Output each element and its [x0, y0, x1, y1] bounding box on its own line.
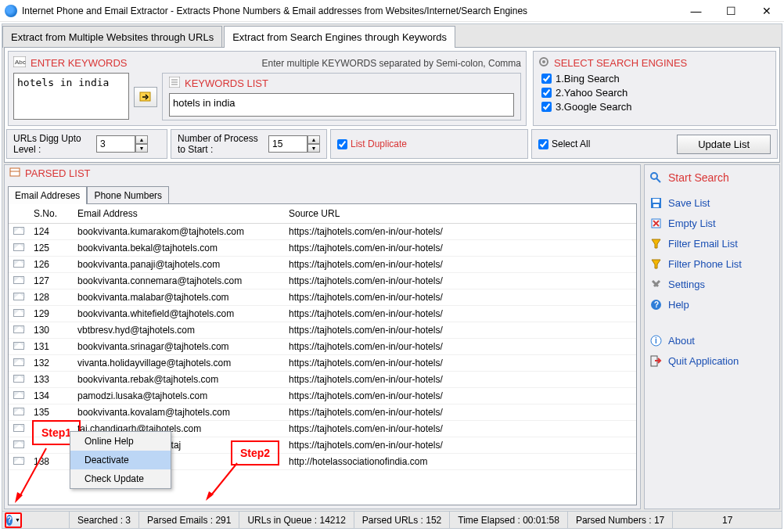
process-down-button[interactable]: ▼	[307, 144, 320, 153]
table-row[interactable]: 134 pamodzi.lusaka@tajhotels.com https:/…	[9, 388, 636, 404]
parsed-list-title: PARSED LIST	[25, 167, 91, 179]
parsed-list-panel: PARSED LIST Email Addreses Phone Numbers…	[4, 164, 641, 509]
table-row[interactable]: 126 bookvivanta.panaji@tajhotels.com htt…	[9, 257, 636, 273]
mail-icon	[13, 408, 24, 415]
arrow-right-icon	[139, 92, 152, 102]
svg-text:?: ?	[654, 300, 659, 309]
settings-icon	[649, 278, 662, 290]
svg-rect-19	[653, 204, 659, 207]
filter-phone-button[interactable]: Filter Phone List	[649, 257, 775, 270]
mail-icon	[13, 457, 24, 465]
enter-keywords-group: Abc ENTER KEYWORDS Enter multiple KEYWOR…	[8, 51, 527, 126]
quit-icon	[649, 354, 662, 367]
mail-icon	[13, 358, 24, 366]
select-all-checkbox[interactable]: Select All	[538, 138, 590, 149]
process-count-label: Number of Process to Start :	[178, 133, 264, 155]
tab-phone-numbers[interactable]: Phone Numbers	[87, 186, 169, 204]
engine-item[interactable]: 1.Bing Search	[541, 73, 768, 84]
save-list-button[interactable]: Save List	[649, 196, 775, 209]
table-row[interactable]: 127 bookvivanta.connemara@tajhotels.com …	[9, 273, 636, 289]
keywords-hint: Enter multiple KEYWORDS separated by Sem…	[262, 58, 521, 69]
mail-icon	[13, 440, 24, 448]
mail-icon	[13, 325, 24, 333]
mail-icon	[13, 243, 24, 251]
quit-button[interactable]: Quit Application	[649, 354, 775, 367]
filter-phone-icon	[649, 257, 662, 270]
engine-item[interactable]: 3.Google Search	[541, 101, 768, 113]
app-icon	[5, 5, 17, 17]
menu-check-update[interactable]: Check Update	[70, 469, 171, 488]
maximize-button[interactable]: ☐	[714, 0, 749, 22]
tab-extract-urls[interactable]: Extract from Multiple Websites through U…	[2, 26, 222, 48]
about-button[interactable]: i About	[649, 334, 775, 347]
table-row[interactable]: 135 bookvivanta.kovalam@tajhotels.com ht…	[9, 404, 636, 421]
svg-point-15	[651, 173, 657, 179]
mail-icon	[13, 342, 24, 350]
table-row[interactable]: 128 bookvivanta.malabar@tajhotels.com ht…	[9, 289, 636, 306]
minimize-button[interactable]: —	[678, 0, 714, 22]
start-search-button[interactable]: Start Search	[649, 171, 775, 184]
process-count-input[interactable]	[268, 135, 307, 153]
table-row[interactable]: 125 bookvivanta.bekal@tajhotels.com http…	[9, 240, 636, 257]
mail-icon	[13, 424, 24, 432]
col-sno[interactable]: S.No.	[29, 204, 73, 224]
table-row[interactable]: 124 bookvivanta.kumarakom@tajhotels.com …	[9, 224, 636, 240]
svg-text:Abc: Abc	[15, 59, 26, 66]
settings-button[interactable]: Settings	[649, 278, 775, 290]
help-button[interactable]: ? Help	[649, 298, 775, 311]
digg-level-input[interactable]	[96, 135, 135, 153]
mail-icon	[13, 309, 24, 317]
tab-email-addresses[interactable]: Email Addreses	[8, 186, 87, 204]
keywords-icon: Abc	[13, 56, 26, 70]
filter-email-icon	[649, 237, 662, 250]
empty-list-button[interactable]: Empty List	[649, 217, 775, 229]
help-dropdown-button[interactable]: ?▼	[5, 512, 22, 528]
digg-level-box: URLs Digg Upto Level : ▲▼	[6, 129, 167, 159]
parsed-list-icon	[9, 167, 20, 180]
enter-keywords-title: ENTER KEYWORDS	[31, 57, 128, 69]
digg-down-button[interactable]: ▼	[135, 144, 148, 153]
filter-email-button[interactable]: Filter Email List	[649, 237, 775, 250]
status-bar: ?▼ Searched : 3 Parsed Emails : 291 URLs…	[2, 511, 782, 528]
process-count-box: Number of Process to Start : ▲▼	[171, 129, 327, 159]
menu-online-help[interactable]: Online Help	[70, 432, 171, 451]
svg-line-16	[656, 178, 660, 182]
search-icon	[649, 171, 662, 184]
list-duplicate-checkbox[interactable]: List Duplicate	[337, 138, 407, 149]
table-row[interactable]: 133 bookvivanta.rebak@tajhotels.com http…	[9, 372, 636, 388]
title-bar: Internet Phone and Email Extractor - Ext…	[0, 0, 784, 22]
process-up-button[interactable]: ▲	[307, 135, 320, 144]
engine-item[interactable]: 2.Yahoo Search	[541, 87, 768, 99]
update-list-button[interactable]: Update List	[677, 135, 771, 154]
status-parsed-urls: Parsed URLs : 152	[354, 512, 450, 528]
save-icon	[649, 196, 662, 209]
col-email[interactable]: Email Address	[73, 204, 284, 224]
close-button[interactable]: ✕	[749, 0, 784, 22]
keywords-list-content[interactable]: hotels in india	[169, 93, 514, 117]
table-row[interactable]: 132 vivanta.holidayvillage@tajhotels.com…	[9, 355, 636, 372]
question-icon: ?	[6, 515, 13, 526]
table-row[interactable]: 130 vbtbresv.hyd@tajhotels.com https://t…	[9, 322, 636, 339]
table-row[interactable]: 129 bookvivanta.whitefield@tajhotels.com…	[9, 306, 636, 322]
table-row[interactable]: 131 bookvivanta.srinagar@tajhotels.com h…	[9, 339, 636, 355]
gear-icon	[538, 56, 549, 70]
add-keyword-button[interactable]	[134, 87, 157, 107]
side-actions-panel: Start Search Save List Empty List Filter…	[644, 164, 780, 509]
select-all-box: Select All Update List	[531, 129, 778, 159]
help-context-menu: Online Help Deactivate Check Update	[70, 431, 171, 489]
col-url[interactable]: Source URL	[284, 204, 636, 224]
digg-up-button[interactable]: ▲	[135, 135, 148, 144]
tab-extract-keywords[interactable]: Extract from Search Engines through Keyw…	[224, 26, 455, 48]
status-parsed-numbers: Parsed Numbers : 17	[568, 512, 673, 528]
keywords-input[interactable]: hotels in india	[13, 73, 129, 120]
help-icon: ?	[649, 298, 662, 311]
email-table: S.No. Email Address Source URL 124 bookv…	[9, 204, 636, 470]
empty-icon	[649, 217, 662, 229]
mail-icon	[13, 391, 24, 399]
svg-text:i: i	[655, 336, 657, 345]
menu-deactivate[interactable]: Deactivate	[70, 451, 171, 469]
mail-icon	[13, 276, 24, 284]
status-searched: Searched : 3	[69, 512, 139, 528]
list-duplicate-box: List Duplicate	[330, 129, 528, 159]
step2-annotation: Step2	[231, 440, 279, 466]
